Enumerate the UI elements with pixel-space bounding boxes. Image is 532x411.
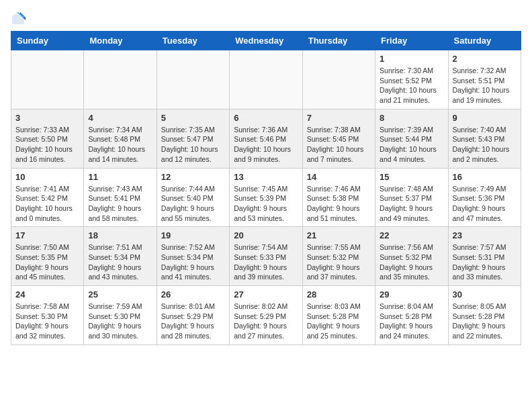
calendar-cell: 24Sunrise: 7:58 AM Sunset: 5:30 PM Dayli… [11,286,84,345]
day-info: Sunrise: 7:40 AM Sunset: 5:43 PM Dayligh… [453,125,517,165]
day-info: Sunrise: 7:55 AM Sunset: 5:32 PM Dayligh… [307,242,371,282]
day-number: 12 [161,172,225,182]
day-number: 22 [380,230,443,240]
calendar-cell: 1Sunrise: 7:30 AM Sunset: 5:52 PM Daylig… [375,50,448,109]
calendar-cell: 25Sunrise: 7:59 AM Sunset: 5:30 PM Dayli… [84,286,157,345]
day-info: Sunrise: 7:51 AM Sunset: 5:34 PM Dayligh… [88,242,152,282]
day-info: Sunrise: 7:41 AM Sunset: 5:42 PM Dayligh… [15,184,79,224]
page-header [11,11,521,26]
day-number: 6 [234,113,298,123]
day-info: Sunrise: 7:45 AM Sunset: 5:39 PM Dayligh… [234,184,298,224]
calendar-cell: 15Sunrise: 7:48 AM Sunset: 5:37 PM Dayli… [375,168,448,227]
day-number: 4 [88,113,152,123]
calendar-week-row: 10Sunrise: 7:41 AM Sunset: 5:42 PM Dayli… [11,168,521,227]
day-info: Sunrise: 7:34 AM Sunset: 5:48 PM Dayligh… [88,125,152,165]
day-info: Sunrise: 7:56 AM Sunset: 5:32 PM Dayligh… [380,242,443,282]
calendar-cell: 3Sunrise: 7:33 AM Sunset: 5:50 PM Daylig… [11,109,84,168]
day-number: 23 [453,230,517,240]
day-number: 25 [88,289,152,300]
day-number: 21 [307,230,371,240]
day-info: Sunrise: 7:59 AM Sunset: 5:30 PM Dayligh… [88,302,152,341]
day-number: 19 [161,230,225,240]
day-info: Sunrise: 7:49 AM Sunset: 5:36 PM Dayligh… [453,184,517,224]
day-number: 20 [234,230,298,240]
weekday-header-sunday: Sunday [11,32,84,50]
day-number: 18 [88,230,152,240]
calendar-header: SundayMondayTuesdayWednesdayThursdayFrid… [11,32,521,50]
calendar-cell: 11Sunrise: 7:43 AM Sunset: 5:41 PM Dayli… [84,168,157,227]
day-info: Sunrise: 7:46 AM Sunset: 5:38 PM Dayligh… [307,184,371,224]
calendar-cell: 2Sunrise: 7:32 AM Sunset: 5:51 PM Daylig… [448,50,521,109]
calendar-cell: 22Sunrise: 7:56 AM Sunset: 5:32 PM Dayli… [375,227,448,286]
day-number: 2 [453,54,517,64]
calendar-cell: 14Sunrise: 7:46 AM Sunset: 5:38 PM Dayli… [302,168,375,227]
calendar-table: SundayMondayTuesdayWednesdayThursdayFrid… [11,31,521,345]
day-info: Sunrise: 8:02 AM Sunset: 5:29 PM Dayligh… [234,302,298,341]
day-info: Sunrise: 7:52 AM Sunset: 5:34 PM Dayligh… [161,242,225,282]
day-number: 16 [453,172,517,182]
day-number: 3 [15,113,79,123]
day-number: 29 [380,289,443,300]
day-number: 8 [380,113,443,123]
weekday-header-friday: Friday [375,32,448,50]
calendar-cell: 27Sunrise: 8:02 AM Sunset: 5:29 PM Dayli… [230,286,302,345]
calendar-cell: 16Sunrise: 7:49 AM Sunset: 5:36 PM Dayli… [448,168,521,227]
calendar-cell: 5Sunrise: 7:35 AM Sunset: 5:47 PM Daylig… [157,109,229,168]
calendar-week-row: 24Sunrise: 7:58 AM Sunset: 5:30 PM Dayli… [11,286,521,345]
weekday-header-saturday: Saturday [448,32,521,50]
day-info: Sunrise: 7:48 AM Sunset: 5:37 PM Dayligh… [380,184,443,224]
day-info: Sunrise: 7:36 AM Sunset: 5:46 PM Dayligh… [234,125,298,165]
day-info: Sunrise: 7:30 AM Sunset: 5:52 PM Dayligh… [380,66,443,105]
svg-marker-0 [12,12,24,24]
calendar-week-row: 17Sunrise: 7:50 AM Sunset: 5:35 PM Dayli… [11,227,521,286]
day-info: Sunrise: 7:58 AM Sunset: 5:30 PM Dayligh… [15,302,79,341]
calendar-cell: 26Sunrise: 8:01 AM Sunset: 5:29 PM Dayli… [157,286,229,345]
weekday-header-wednesday: Wednesday [230,32,302,50]
day-info: Sunrise: 7:57 AM Sunset: 5:31 PM Dayligh… [453,242,517,282]
day-number: 15 [380,172,443,182]
calendar-cell: 10Sunrise: 7:41 AM Sunset: 5:42 PM Dayli… [11,168,84,227]
day-info: Sunrise: 7:35 AM Sunset: 5:47 PM Dayligh… [161,125,225,165]
calendar-cell: 21Sunrise: 7:55 AM Sunset: 5:32 PM Dayli… [302,227,375,286]
calendar-cell: 13Sunrise: 7:45 AM Sunset: 5:39 PM Dayli… [230,168,302,227]
generalblue-icon [11,11,26,26]
day-number: 9 [453,113,517,123]
logo [11,11,28,26]
day-number: 30 [453,289,517,300]
day-number: 1 [380,54,443,64]
calendar-cell [230,50,302,109]
calendar-week-row: 1Sunrise: 7:30 AM Sunset: 5:52 PM Daylig… [11,50,521,109]
day-info: Sunrise: 8:01 AM Sunset: 5:29 PM Dayligh… [161,302,225,341]
day-number: 26 [161,289,225,300]
day-info: Sunrise: 7:39 AM Sunset: 5:44 PM Dayligh… [380,125,443,165]
day-number: 17 [15,230,79,240]
day-info: Sunrise: 8:05 AM Sunset: 5:28 PM Dayligh… [453,302,517,341]
day-number: 11 [88,172,152,182]
day-number: 24 [15,289,79,300]
calendar-week-row: 3Sunrise: 7:33 AM Sunset: 5:50 PM Daylig… [11,109,521,168]
day-info: Sunrise: 7:54 AM Sunset: 5:33 PM Dayligh… [234,242,298,282]
weekday-header-monday: Monday [84,32,157,50]
day-info: Sunrise: 7:32 AM Sunset: 5:51 PM Dayligh… [453,66,517,105]
calendar-cell: 20Sunrise: 7:54 AM Sunset: 5:33 PM Dayli… [230,227,302,286]
calendar-cell: 30Sunrise: 8:05 AM Sunset: 5:28 PM Dayli… [448,286,521,345]
calendar-cell: 29Sunrise: 8:04 AM Sunset: 5:28 PM Dayli… [375,286,448,345]
calendar-cell: 28Sunrise: 8:03 AM Sunset: 5:28 PM Dayli… [302,286,375,345]
calendar-cell: 19Sunrise: 7:52 AM Sunset: 5:34 PM Dayli… [157,227,229,286]
calendar-cell: 7Sunrise: 7:38 AM Sunset: 5:45 PM Daylig… [302,109,375,168]
day-number: 5 [161,113,225,123]
calendar-body: 1Sunrise: 7:30 AM Sunset: 5:52 PM Daylig… [11,50,521,345]
calendar-cell [302,50,375,109]
day-number: 10 [15,172,79,182]
calendar-cell [157,50,229,109]
weekday-header-row: SundayMondayTuesdayWednesdayThursdayFrid… [11,32,521,50]
day-number: 28 [307,289,371,300]
calendar-cell: 18Sunrise: 7:51 AM Sunset: 5:34 PM Dayli… [84,227,157,286]
weekday-header-thursday: Thursday [302,32,375,50]
calendar-cell: 9Sunrise: 7:40 AM Sunset: 5:43 PM Daylig… [448,109,521,168]
calendar-cell: 8Sunrise: 7:39 AM Sunset: 5:44 PM Daylig… [375,109,448,168]
calendar-cell: 6Sunrise: 7:36 AM Sunset: 5:46 PM Daylig… [230,109,302,168]
day-info: Sunrise: 7:33 AM Sunset: 5:50 PM Dayligh… [15,125,79,165]
calendar-cell: 17Sunrise: 7:50 AM Sunset: 5:35 PM Dayli… [11,227,84,286]
day-info: Sunrise: 7:38 AM Sunset: 5:45 PM Dayligh… [307,125,371,165]
